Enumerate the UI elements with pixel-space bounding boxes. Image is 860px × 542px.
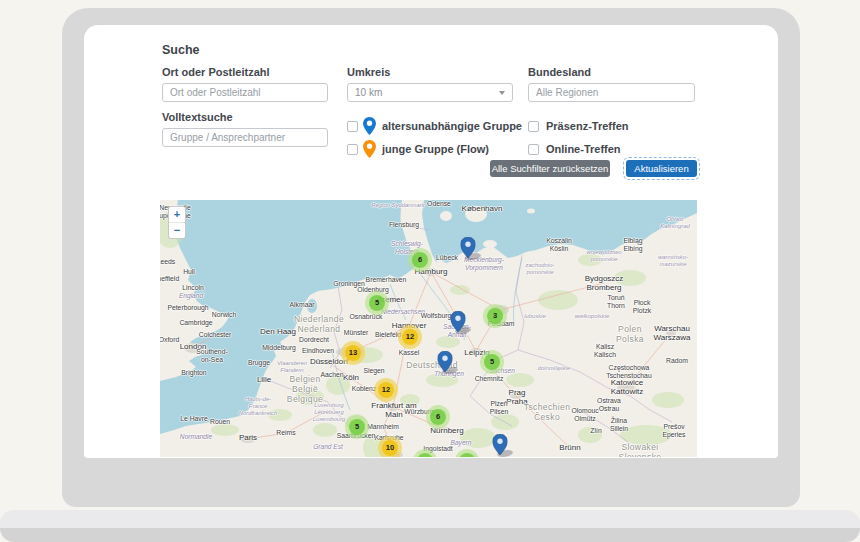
online-label: Online-Treffen xyxy=(546,143,621,155)
cluster-count: 13 xyxy=(345,345,361,361)
blue-pin-icon xyxy=(461,237,476,258)
cluster-count: 6 xyxy=(412,252,428,268)
update-button[interactable]: Aktualisieren xyxy=(626,160,697,177)
checkbox-row-praesenz[interactable]: Präsenz-Treffen xyxy=(528,117,629,135)
map-cluster-marker[interactable] xyxy=(455,449,479,457)
zoom-in-button[interactable]: + xyxy=(169,207,185,222)
map-pin-marker[interactable] xyxy=(451,311,466,332)
map-pin-marker[interactable] xyxy=(493,434,508,455)
reset-filters-button[interactable]: Alle Suchfilter zurücksetzen xyxy=(490,160,610,177)
umkreis-selected-value: 10 km xyxy=(355,87,382,98)
map-cluster-marker[interactable]: 5 xyxy=(480,350,504,374)
map-cluster-marker[interactable]: 6 xyxy=(408,248,432,272)
blue-pin-icon xyxy=(493,434,508,455)
checkbox-row-online[interactable]: Online-Treffen xyxy=(528,140,621,158)
map-cluster-marker[interactable]: 12 xyxy=(398,325,422,349)
map-cluster-marker[interactable]: 5 xyxy=(365,291,389,315)
orange-pin-icon xyxy=(363,140,376,158)
cluster-count: 6 xyxy=(430,409,446,425)
volltext-label: Volltextsuche xyxy=(162,111,233,123)
map-cluster-marker[interactable]: 12 xyxy=(374,378,398,402)
map-cluster-marker[interactable]: 3 xyxy=(483,304,507,328)
blue-pin-icon xyxy=(451,311,466,332)
map-cluster-marker[interactable]: 6 xyxy=(426,405,450,429)
altersunabhaengig-label: altersunabhängige Gruppe xyxy=(382,120,522,132)
cluster-count: 5 xyxy=(484,354,500,370)
volltext-input[interactable] xyxy=(162,128,328,147)
browser-viewport: Suche Ort oder Postleitzahl Umkreis Bund… xyxy=(84,25,778,458)
map-cluster-marker[interactable]: 10 xyxy=(378,436,402,457)
checkbox-row-altersunabhaengig[interactable]: altersunabhängige Gruppe xyxy=(347,117,522,135)
umkreis-label: Umkreis xyxy=(347,66,390,78)
map-cluster-marker[interactable]: 5 xyxy=(345,415,369,439)
ort-input[interactable] xyxy=(162,83,328,102)
online-checkbox[interactable] xyxy=(528,144,539,155)
map-zoom-control: + − xyxy=(168,206,186,239)
praesenz-checkbox[interactable] xyxy=(528,121,539,132)
bundesland-input[interactable] xyxy=(528,83,695,102)
bundesland-label: Bundesland xyxy=(528,66,591,78)
page-title: Suche xyxy=(162,43,200,57)
chevron-down-icon xyxy=(499,91,505,95)
map-pin-marker[interactable] xyxy=(461,237,476,258)
map-markers: 65312135126510 xyxy=(160,200,697,457)
blue-pin-icon xyxy=(438,351,453,372)
junge-gruppe-label: junge Gruppe (Flow) xyxy=(382,143,489,155)
cluster-count: 5 xyxy=(369,295,385,311)
junge-gruppe-checkbox[interactable] xyxy=(347,144,358,155)
cluster-count: 12 xyxy=(402,329,418,345)
cluster-count: 5 xyxy=(349,419,365,435)
map-canvas[interactable]: Newcastle upon TyneLeedsHullSheffieldLin… xyxy=(160,200,697,457)
praesenz-label: Präsenz-Treffen xyxy=(546,120,629,132)
cluster-count: 3 xyxy=(487,308,503,324)
cluster-count: 12 xyxy=(378,382,394,398)
blue-pin-icon xyxy=(363,117,376,135)
checkbox-row-junge-gruppe[interactable]: junge Gruppe (Flow) xyxy=(347,140,489,158)
map-cluster-marker[interactable]: 13 xyxy=(341,341,365,365)
umkreis-select[interactable]: 10 km xyxy=(347,83,513,102)
cluster-count: 10 xyxy=(382,440,398,456)
laptop-base xyxy=(0,510,860,542)
ort-label: Ort oder Postleitzahl xyxy=(162,66,270,78)
map-cluster-marker[interactable] xyxy=(413,449,437,457)
altersunabhaengig-checkbox[interactable] xyxy=(347,121,358,132)
zoom-out-button[interactable]: − xyxy=(169,222,185,238)
map-pin-marker[interactable] xyxy=(438,351,453,372)
